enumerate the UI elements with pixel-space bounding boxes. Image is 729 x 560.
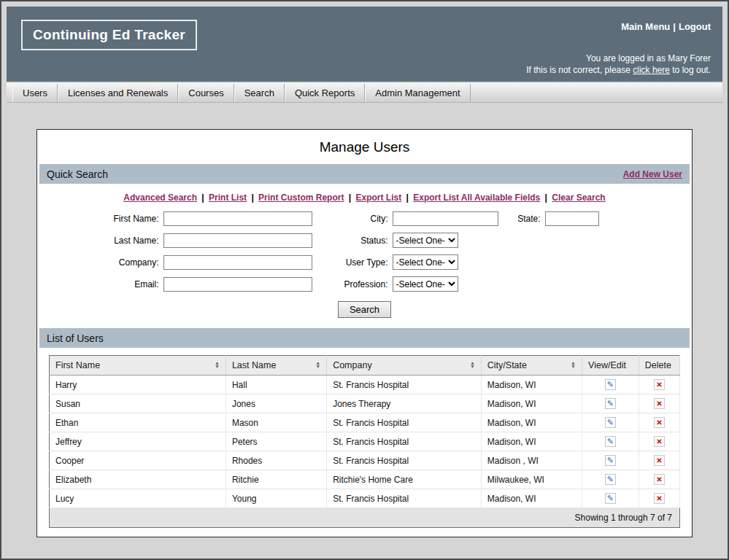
search-button-row: Search: [39, 298, 690, 328]
nav-item-users[interactable]: Users: [12, 84, 58, 102]
clear-search-link[interactable]: Clear Search: [552, 192, 605, 203]
app-container: Continuing Ed Tracker Main Menu|Logout Y…: [7, 7, 722, 537]
export-list-link[interactable]: Export List: [356, 192, 402, 203]
edit-icon[interactable]: [605, 474, 616, 485]
user-type-select[interactable]: -Select One-: [393, 254, 458, 270]
cell-delete: [639, 394, 679, 413]
cell-city-state: Madison, WI: [481, 394, 582, 413]
edit-icon[interactable]: [605, 417, 616, 428]
status-label: Status:: [312, 236, 388, 246]
last-name-input[interactable]: [163, 233, 312, 248]
toolbar-links: Advanced Search | Print List | Print Cus…: [39, 184, 690, 210]
nav-item-licenses-and-renewals[interactable]: Licenses and Renewals: [58, 84, 178, 102]
search-button[interactable]: Search: [338, 301, 391, 318]
status-select[interactable]: -Select One-: [393, 233, 458, 248]
city-input[interactable]: [393, 211, 498, 226]
delete-icon[interactable]: [654, 474, 665, 485]
cell-company: St. Francis Hospital: [327, 413, 482, 432]
sort-icon[interactable]: [215, 361, 220, 369]
cell-last-name: Mason: [225, 413, 326, 432]
column-header-last-name[interactable]: Last Name: [225, 356, 326, 376]
cell-company: St. Francis Hospital: [327, 376, 482, 394]
table-row: Elizabeth Ritchie Ritchie's Home Care Mi…: [50, 470, 680, 489]
logged-in-as: You are logged in as Mary Forer: [526, 53, 711, 65]
nav-item-courses[interactable]: Courses: [178, 84, 234, 102]
cell-city-state: Madison , WI: [481, 451, 582, 470]
column-header-delete: Delete: [639, 356, 679, 376]
column-header-city-state[interactable]: City/State: [481, 356, 582, 376]
users-table-wrap: First Name Last Name Company City/State …: [39, 348, 690, 528]
table-row: Susan Jones Jones Therapy Madison, WI: [50, 394, 680, 413]
state-input[interactable]: [545, 211, 599, 226]
last-name-label: Last Name:: [89, 236, 159, 246]
sort-icon[interactable]: [571, 361, 576, 369]
edit-icon[interactable]: [605, 398, 616, 409]
edit-icon[interactable]: [605, 455, 616, 466]
cell-city-state: Madison, WI: [481, 413, 582, 432]
add-new-user-link[interactable]: Add New User: [623, 169, 682, 179]
cell-view-edit: [582, 394, 639, 413]
nav-item-search[interactable]: Search: [234, 84, 285, 102]
click-here-link[interactable]: click here: [633, 65, 670, 75]
toolbar-separator: |: [404, 192, 411, 203]
cell-first-name: Susan: [50, 394, 226, 413]
delete-icon[interactable]: [654, 436, 665, 447]
nav-item-admin-management[interactable]: Admin Management: [365, 84, 470, 102]
logout-hint-prefix: If this is not correct, please: [526, 65, 633, 75]
print-custom-report-link[interactable]: Print Custom Report: [258, 192, 344, 203]
cell-company: Ritchie's Home Care: [327, 470, 482, 489]
sort-icon[interactable]: [315, 361, 320, 369]
cell-company: St. Francis Hospital: [327, 489, 482, 508]
cell-company: Jones Therapy: [327, 394, 482, 413]
site-header: Continuing Ed Tracker Main Menu|Logout Y…: [7, 7, 722, 82]
column-label: Company: [333, 360, 372, 370]
main-menu-link[interactable]: Main Menu: [621, 21, 670, 32]
table-header-row: First Name Last Name Company City/State …: [50, 356, 680, 376]
first-name-input[interactable]: [163, 211, 312, 226]
toolbar-separator: |: [543, 192, 549, 203]
cell-view-edit: [582, 376, 639, 394]
column-header-company[interactable]: Company: [327, 356, 482, 376]
cell-first-name: Elizabeth: [50, 470, 226, 489]
cell-company: St. Francis Hospital: [327, 451, 482, 470]
cell-city-state: Madison, WI: [481, 376, 582, 394]
form-row: Company: User Type: -Select One-: [89, 254, 641, 270]
sort-icon[interactable]: [470, 361, 475, 369]
delete-icon[interactable]: [654, 379, 665, 390]
edit-icon[interactable]: [605, 379, 616, 390]
column-header-first-name[interactable]: First Name: [50, 356, 226, 376]
cell-view-edit: [582, 432, 639, 451]
cell-first-name: Ethan: [50, 413, 226, 432]
company-input[interactable]: [163, 255, 312, 270]
cell-city-state: Madison, WI: [481, 432, 582, 451]
cell-view-edit: [582, 451, 639, 470]
cell-view-edit: [582, 413, 639, 432]
edit-icon[interactable]: [605, 436, 616, 447]
column-label: First Name: [55, 360, 100, 370]
delete-icon[interactable]: [654, 455, 665, 466]
edit-icon[interactable]: [605, 493, 616, 504]
logout-link[interactable]: Logout: [679, 21, 711, 32]
delete-icon[interactable]: [654, 493, 665, 504]
nav-item-quick-reports[interactable]: Quick Reports: [285, 84, 365, 102]
cell-last-name: Ritchie: [225, 470, 326, 489]
advanced-search-link[interactable]: Advanced Search: [123, 192, 197, 203]
toolbar-separator: |: [249, 192, 255, 203]
print-list-link[interactable]: Print List: [209, 192, 247, 203]
export-list-all-fields-link[interactable]: Export List All Available Fields: [413, 192, 540, 203]
cell-first-name: Lucy: [50, 489, 226, 508]
profession-select[interactable]: -Select One-: [393, 276, 458, 292]
quick-search-header: Quick Search Add New User: [39, 164, 690, 184]
column-label: Last Name: [232, 360, 276, 370]
cell-company: St. Francis Hospital: [327, 432, 482, 451]
delete-icon[interactable]: [654, 417, 665, 428]
manage-users-panel: Manage Users Quick Search Add New User A…: [36, 129, 693, 537]
email-input[interactable]: [163, 277, 312, 292]
list-of-users-title: List of Users: [47, 332, 104, 344]
cell-delete: [639, 413, 679, 432]
delete-icon[interactable]: [654, 398, 665, 409]
cell-delete: [639, 489, 679, 508]
login-info: You are logged in as Mary Forer If this …: [526, 53, 711, 76]
cell-last-name: Hall: [225, 376, 326, 394]
column-label: View/Edit: [588, 360, 626, 370]
